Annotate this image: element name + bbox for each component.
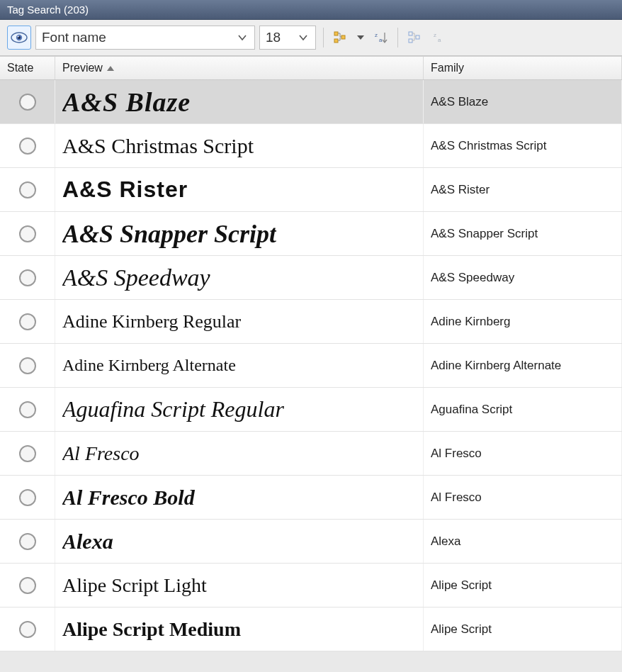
window-title: Tag Search (203): [7, 4, 89, 16]
family-cell: Al Fresco: [424, 476, 622, 519]
font-preview-text: A&S Blaze: [62, 86, 191, 118]
table-row[interactable]: A&S Snapper ScriptA&S Snapper Script: [0, 212, 622, 256]
font-preview-text: Al Fresco: [62, 442, 140, 465]
expand-all-button[interactable]: [405, 28, 425, 47]
font-name-combo[interactable]: [35, 26, 255, 50]
preview-cell: A&S Speedway: [55, 256, 424, 299]
svg-rect-10: [409, 39, 412, 43]
svg-text:a: a: [379, 37, 383, 43]
preview-cell: Alipe Script Medium: [55, 607, 424, 651]
column-header-label: Preview: [62, 62, 103, 74]
table-row[interactable]: Al FrescoAl Fresco: [0, 432, 622, 476]
preview-cell: Adine Kirnberg Alternate: [55, 344, 424, 387]
family-name: Al Fresco: [431, 491, 482, 505]
font-preview-text: Alipe Script Light: [62, 574, 207, 597]
svg-rect-4: [334, 32, 338, 35]
svg-rect-5: [334, 39, 338, 43]
family-cell: Alipe Script: [424, 564, 622, 607]
family-name: Alexa: [431, 534, 461, 549]
state-toggle[interactable]: [19, 313, 36, 330]
table-row[interactable]: AlexaAlexa: [0, 520, 622, 564]
table-row[interactable]: Adine Kirnberg AlternateAdine Kirnberg A…: [0, 344, 622, 388]
family-name: Al Fresco: [431, 447, 482, 461]
family-name: A&S Rister: [431, 183, 490, 197]
svg-text:z: z: [434, 32, 436, 38]
sort-az-button[interactable]: z a: [371, 28, 390, 47]
state-toggle[interactable]: [19, 225, 36, 242]
preview-cell: Al Fresco: [55, 432, 424, 475]
family-cell: A&S Rister: [424, 168, 622, 211]
state-cell: [0, 168, 55, 211]
table-header-row: State Preview Family: [0, 57, 622, 80]
eye-icon: [11, 32, 28, 43]
family-cell: A&S Christmas Script: [424, 124, 622, 167]
table-row[interactable]: Alipe Script MediumAlipe Script: [0, 607, 622, 651]
state-toggle[interactable]: [19, 181, 36, 198]
font-preview-text: A&S Snapper Script: [62, 219, 276, 249]
sort-za-button[interactable]: z a: [429, 28, 449, 47]
state-toggle[interactable]: [19, 445, 36, 462]
state-cell: [0, 344, 55, 387]
group-dropdown-button[interactable]: [355, 28, 366, 47]
table-row[interactable]: Adine Kirnberg RegularAdine Kirnberg: [0, 300, 622, 344]
sort-ascending-icon: [107, 66, 114, 71]
svg-rect-11: [416, 35, 419, 39]
font-preview-text: Alexa: [62, 530, 113, 554]
state-toggle[interactable]: [19, 94, 36, 111]
family-cell: A&S Blaze: [424, 80, 622, 123]
state-cell: [0, 256, 55, 299]
font-size-input[interactable]: [260, 27, 295, 48]
state-toggle[interactable]: [19, 357, 36, 374]
font-name-dropdown-button[interactable]: [234, 26, 250, 49]
preview-cell: Alipe Script Light: [55, 564, 424, 607]
preview-cell: Aguafina Script Regular: [55, 388, 424, 431]
font-size-dropdown-button[interactable]: [295, 26, 311, 49]
toolbar: z a z a: [0, 20, 622, 56]
state-toggle[interactable]: [19, 269, 36, 286]
family-name: Adine Kirnberg Alternate: [431, 359, 561, 373]
table-row[interactable]: A&S BlazeA&S Blaze: [0, 80, 622, 124]
family-cell: Alipe Script: [424, 607, 622, 651]
state-cell: [0, 607, 55, 651]
column-header-label: Family: [431, 62, 464, 74]
state-toggle[interactable]: [19, 621, 36, 638]
column-header-state[interactable]: State: [0, 57, 55, 79]
state-toggle[interactable]: [19, 577, 36, 594]
column-header-family[interactable]: Family: [424, 57, 622, 79]
svg-point-3: [18, 35, 19, 37]
preview-toggle-button[interactable]: [7, 26, 31, 50]
font-name-input[interactable]: [36, 27, 234, 48]
family-cell: A&S Speedway: [424, 256, 622, 299]
column-header-label: State: [7, 62, 33, 74]
family-cell: Al Fresco: [424, 432, 622, 475]
svg-text:a: a: [438, 37, 441, 43]
group-expand-button[interactable]: [331, 28, 351, 47]
table-row[interactable]: Al Fresco BoldAl Fresco: [0, 476, 622, 520]
state-toggle[interactable]: [19, 489, 36, 506]
table-row[interactable]: A&S SpeedwayA&S Speedway: [0, 256, 622, 300]
column-header-preview[interactable]: Preview: [55, 57, 424, 79]
state-toggle[interactable]: [19, 138, 36, 155]
preview-cell: A&S Blaze: [55, 80, 424, 123]
svg-rect-9: [409, 32, 412, 35]
font-preview-text: Adine Kirnberg Regular: [62, 311, 241, 332]
family-name: A&S Speedway: [431, 271, 514, 285]
table-body: A&S BlazeA&S BlazeA&S Christmas ScriptA&…: [0, 80, 622, 651]
tree-icon: [334, 30, 348, 45]
preview-cell: Alexa: [55, 520, 424, 563]
family-cell: Alexa: [424, 520, 622, 563]
state-toggle[interactable]: [19, 533, 36, 550]
table-row[interactable]: Alipe Script LightAlipe Script: [0, 564, 622, 607]
table-row[interactable]: Aguafina Script RegularAguafina Script: [0, 388, 622, 432]
font-preview-text: Al Fresco Bold: [62, 486, 195, 510]
table-row[interactable]: A&S Christmas ScriptA&S Christmas Script: [0, 124, 622, 168]
family-name: Alipe Script: [431, 578, 492, 593]
family-name: Alipe Script: [431, 622, 492, 637]
expand-tree-icon: [408, 30, 422, 45]
table-row[interactable]: A&S RisterA&S Rister: [0, 168, 622, 212]
state-cell: [0, 432, 55, 475]
state-cell: [0, 300, 55, 343]
font-size-combo[interactable]: [259, 26, 316, 50]
state-toggle[interactable]: [19, 401, 36, 418]
window-titlebar: Tag Search (203): [0, 0, 622, 20]
